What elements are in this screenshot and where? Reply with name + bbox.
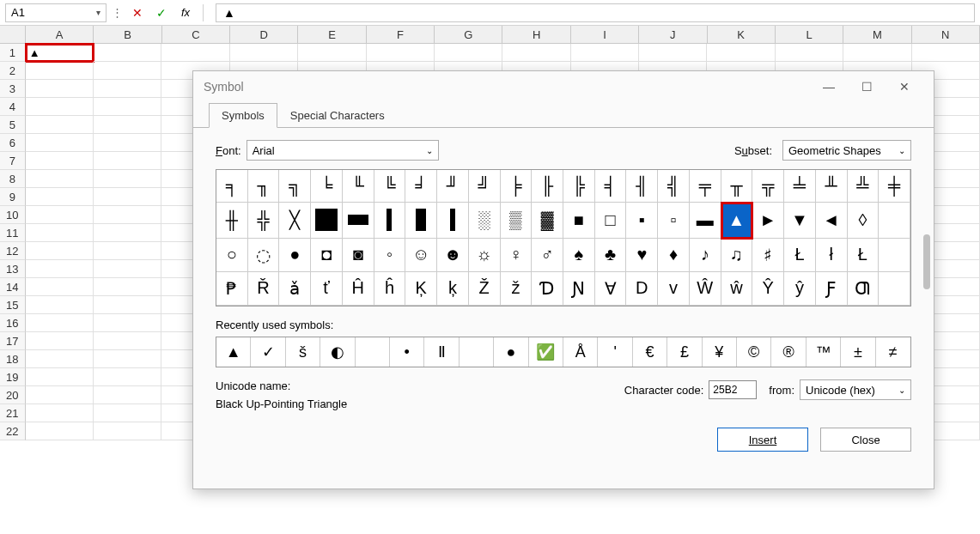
symbol-cell[interactable]: ╞ [501, 170, 533, 203]
symbol-cell[interactable]: Ķ [405, 272, 437, 306]
symbol-cell[interactable]: ╕ [216, 170, 248, 203]
cell[interactable] [26, 98, 94, 116]
cell[interactable] [94, 224, 161, 242]
symbol-cell[interactable] [374, 203, 406, 238]
name-box[interactable]: A1 ▾ [5, 3, 107, 22]
cell[interactable] [94, 296, 161, 314]
symbol-cell[interactable]: ◘ [311, 239, 343, 272]
symbol-cell[interactable]: ╪ [879, 170, 910, 203]
column-header[interactable]: A [26, 26, 94, 44]
symbol-cell[interactable]: ╫ [216, 203, 248, 238]
close-button[interactable]: Close [820, 428, 911, 452]
symbol-cell[interactable]: ╚ [374, 170, 406, 203]
row-header[interactable]: 19 [0, 368, 26, 386]
recent-symbol[interactable] [356, 337, 390, 367]
row-header[interactable]: 7 [0, 152, 26, 170]
symbol-cell[interactable]: v [658, 272, 690, 306]
cell[interactable] [435, 44, 502, 62]
symbol-cell[interactable]: ♀ [501, 239, 533, 272]
symbol-cell[interactable]: Ŵ [690, 272, 721, 306]
recent-symbol[interactable]: ▲ [216, 337, 251, 367]
symbol-cell[interactable]: Ɲ [563, 272, 595, 306]
symbol-cell[interactable]: ☺ [405, 239, 437, 272]
fx-button[interactable]: fx [175, 3, 196, 22]
recent-symbol[interactable]: ' [598, 337, 632, 367]
symbol-cell[interactable]: ╗ [279, 170, 311, 203]
symbol-cell[interactable]: ♂ [532, 239, 563, 272]
column-header[interactable]: B [94, 26, 161, 44]
column-header[interactable]: C [162, 26, 230, 44]
symbol-cell[interactable]: ŷ [784, 272, 816, 306]
cell[interactable] [26, 314, 94, 332]
cell[interactable] [94, 44, 161, 62]
cell[interactable] [94, 134, 161, 152]
row-header[interactable]: 2 [0, 62, 26, 80]
symbol-cell[interactable] [311, 203, 343, 238]
recent-symbol[interactable]: š [286, 337, 320, 367]
insert-button[interactable]: Insert [717, 428, 808, 452]
minimize-button[interactable]: — [810, 74, 848, 100]
symbol-cell[interactable]: ╧ [784, 170, 816, 203]
recent-symbol[interactable]: Å [563, 337, 598, 367]
symbol-cell[interactable]: ╣ [658, 170, 690, 203]
row-header[interactable]: 9 [0, 188, 26, 206]
recent-symbol[interactable]: £ [667, 337, 702, 367]
symbol-cell[interactable]: ☼ [469, 239, 501, 272]
symbol-cell[interactable]: ♯ [752, 239, 784, 272]
recent-symbol[interactable]: ≠ [876, 337, 910, 367]
cell[interactable] [707, 44, 775, 62]
cell[interactable] [94, 80, 161, 98]
symbol-cell[interactable]: ♠ [563, 239, 595, 272]
cell[interactable] [367, 44, 435, 62]
symbol-cell[interactable]: ž [501, 272, 533, 306]
cell[interactable] [94, 242, 161, 260]
cell[interactable] [26, 170, 94, 188]
cell[interactable] [571, 44, 639, 62]
symbol-cell[interactable]: ◌ [248, 239, 280, 272]
symbol-cell[interactable]: ∀ [595, 272, 627, 306]
symbol-cell[interactable]: ♪ [690, 239, 721, 272]
symbol-cell[interactable]: ▓ [532, 203, 563, 238]
symbol-cell[interactable]: ╬ [248, 203, 280, 238]
column-header[interactable]: E [298, 26, 366, 44]
row-header[interactable]: 11 [0, 224, 26, 242]
accept-button[interactable]: ✓ [151, 3, 172, 22]
column-header[interactable]: G [435, 26, 502, 44]
symbol-cell[interactable]: ♣ [595, 239, 627, 272]
symbol-cell[interactable]: Ƒ [816, 272, 848, 306]
cell[interactable] [94, 278, 161, 296]
symbol-cell[interactable]: ł [816, 239, 848, 272]
symbol-cell[interactable]: Ƣ [848, 272, 880, 306]
recent-symbol[interactable]: • [390, 337, 424, 367]
symbol-cell[interactable]: ☻ [437, 239, 469, 272]
recent-symbol[interactable]: ¥ [703, 337, 737, 367]
cell[interactable] [843, 44, 911, 62]
row-header[interactable]: 1 [0, 44, 26, 62]
symbol-cell[interactable]: ╳ [279, 203, 311, 238]
cell[interactable] [94, 116, 161, 134]
cancel-button[interactable]: ✕ [127, 3, 148, 22]
cell[interactable] [94, 152, 161, 170]
symbol-cell[interactable]: ▒ [501, 203, 533, 238]
column-header[interactable]: K [708, 26, 776, 44]
cell[interactable] [502, 44, 570, 62]
cell[interactable] [230, 44, 298, 62]
column-header[interactable]: J [639, 26, 707, 44]
symbol-cell[interactable]: ╨ [816, 170, 848, 203]
symbol-cell[interactable]: ₱ [216, 272, 248, 306]
symbol-cell[interactable]: ķ [437, 272, 469, 306]
char-code-input[interactable] [709, 380, 757, 399]
recent-symbol[interactable]: ◐ [320, 337, 355, 367]
symbol-cell[interactable]: ╘ [311, 170, 343, 203]
cell[interactable] [94, 422, 161, 440]
tab-special-characters[interactable]: Special Characters [277, 103, 398, 128]
symbol-cell[interactable]: Ł [784, 239, 816, 272]
cell[interactable] [26, 296, 94, 314]
row-header[interactable]: 4 [0, 98, 26, 116]
row-header[interactable]: 16 [0, 314, 26, 332]
symbol-cell[interactable]: ╡ [595, 170, 627, 203]
recent-symbol[interactable]: Ⅱ [424, 337, 459, 367]
recent-symbol[interactable]: ® [771, 337, 806, 367]
symbol-cell[interactable]: ╢ [626, 170, 658, 203]
symbol-cell[interactable]: ♥ [626, 239, 658, 272]
